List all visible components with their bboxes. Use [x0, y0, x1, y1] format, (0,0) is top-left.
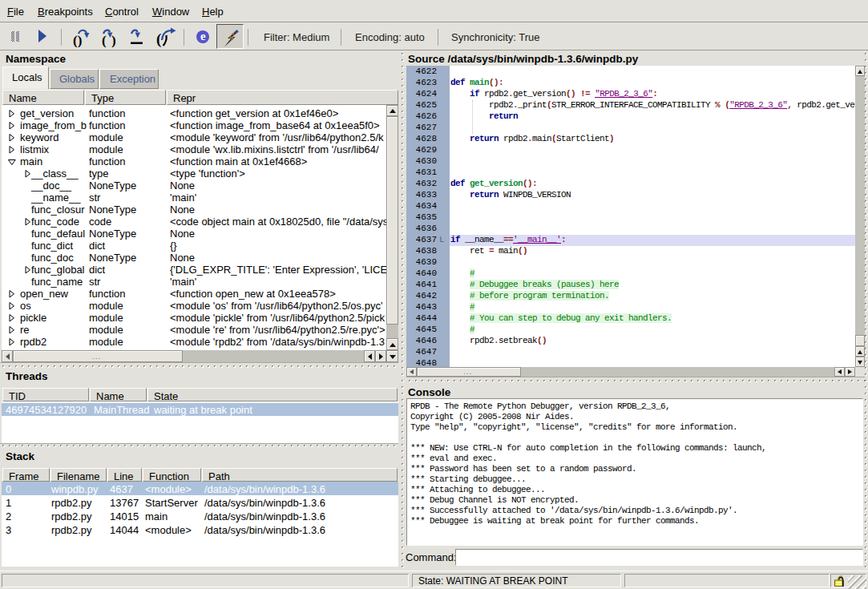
- svg-text:(): (): [73, 33, 82, 48]
- svg-text:(: (: [156, 30, 161, 47]
- svg-text:(: (: [102, 33, 107, 48]
- svg-text:): ): [111, 33, 116, 48]
